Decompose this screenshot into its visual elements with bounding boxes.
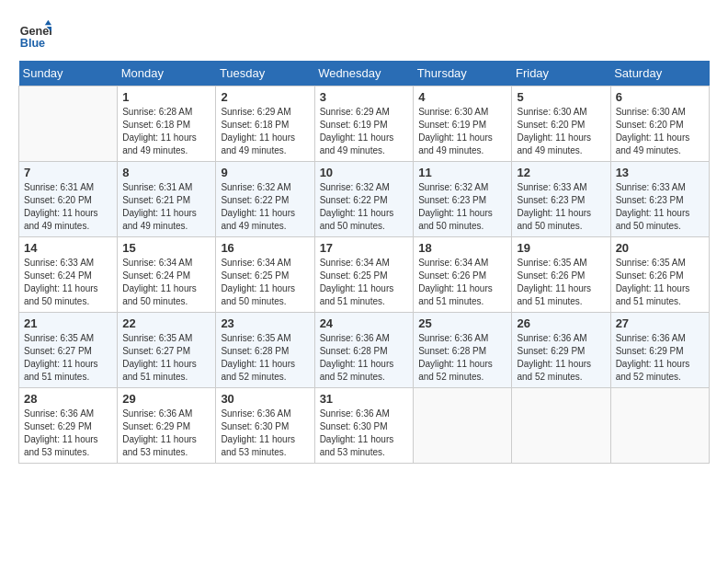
svg-text:Blue: Blue: [20, 37, 45, 50]
logo-icon: General Blue: [18, 18, 51, 52]
day-number: 15: [122, 241, 210, 255]
week-row-3: 14Sunrise: 6:33 AM Sunset: 6:24 PM Dayli…: [19, 237, 710, 313]
day-cell: 24Sunrise: 6:36 AM Sunset: 6:28 PM Dayli…: [314, 313, 414, 388]
day-info: Sunrise: 6:33 AM Sunset: 6:23 PM Dayligh…: [517, 181, 605, 233]
header-sunday: Sunday: [19, 61, 118, 86]
day-number: 2: [221, 90, 309, 104]
day-number: 5: [517, 90, 605, 104]
day-info: Sunrise: 6:36 AM Sunset: 6:30 PM Dayligh…: [221, 408, 309, 459]
day-cell: 12Sunrise: 6:33 AM Sunset: 6:23 PM Dayli…: [512, 162, 610, 237]
day-cell: 23Sunrise: 6:35 AM Sunset: 6:28 PM Dayli…: [216, 313, 314, 388]
header-friday: Friday: [512, 61, 610, 86]
day-number: 28: [24, 392, 112, 406]
day-cell: 17Sunrise: 6:34 AM Sunset: 6:25 PM Dayli…: [314, 237, 414, 313]
day-info: Sunrise: 6:35 AM Sunset: 6:27 PM Dayligh…: [24, 332, 112, 384]
day-info: Sunrise: 6:35 AM Sunset: 6:26 PM Dayligh…: [616, 257, 704, 308]
calendar-table: SundayMondayTuesdayWednesdayThursdayFrid…: [18, 61, 710, 464]
day-number: 25: [418, 316, 506, 330]
week-row-5: 28Sunrise: 6:36 AM Sunset: 6:29 PM Dayli…: [19, 388, 710, 464]
day-cell: 30Sunrise: 6:36 AM Sunset: 6:30 PM Dayli…: [216, 388, 314, 464]
day-cell: 16Sunrise: 6:34 AM Sunset: 6:25 PM Dayli…: [216, 237, 314, 313]
day-info: Sunrise: 6:30 AM Sunset: 6:19 PM Dayligh…: [418, 106, 506, 157]
day-info: Sunrise: 6:30 AM Sunset: 6:20 PM Dayligh…: [616, 106, 704, 157]
day-number: 8: [122, 166, 210, 179]
header-wednesday: Wednesday: [314, 61, 414, 86]
day-cell: 5Sunrise: 6:30 AM Sunset: 6:20 PM Daylig…: [512, 86, 610, 162]
day-info: Sunrise: 6:36 AM Sunset: 6:28 PM Dayligh…: [320, 332, 409, 384]
day-info: Sunrise: 6:34 AM Sunset: 6:25 PM Dayligh…: [320, 257, 409, 308]
svg-marker-2: [45, 20, 51, 25]
day-cell: 25Sunrise: 6:36 AM Sunset: 6:28 PM Dayli…: [414, 313, 512, 388]
day-number: 9: [221, 166, 309, 179]
day-info: Sunrise: 6:35 AM Sunset: 6:27 PM Dayligh…: [122, 332, 210, 384]
day-number: 23: [221, 316, 309, 330]
day-number: 13: [616, 166, 704, 179]
day-info: Sunrise: 6:36 AM Sunset: 6:29 PM Dayligh…: [616, 332, 704, 384]
day-number: 26: [517, 316, 605, 330]
day-number: 20: [616, 241, 704, 255]
day-number: 1: [122, 90, 210, 104]
day-number: 11: [418, 166, 506, 179]
day-info: Sunrise: 6:34 AM Sunset: 6:26 PM Dayligh…: [418, 257, 506, 308]
day-cell: 9Sunrise: 6:32 AM Sunset: 6:22 PM Daylig…: [216, 162, 314, 237]
day-cell: 20Sunrise: 6:35 AM Sunset: 6:26 PM Dayli…: [610, 237, 709, 313]
day-info: Sunrise: 6:29 AM Sunset: 6:19 PM Dayligh…: [320, 106, 409, 157]
day-info: Sunrise: 6:36 AM Sunset: 6:28 PM Dayligh…: [418, 332, 506, 384]
day-number: 18: [418, 241, 506, 255]
day-cell: 18Sunrise: 6:34 AM Sunset: 6:26 PM Dayli…: [414, 237, 512, 313]
day-number: 10: [320, 166, 409, 179]
day-cell: 10Sunrise: 6:32 AM Sunset: 6:22 PM Dayli…: [314, 162, 414, 237]
day-number: 3: [320, 90, 409, 104]
day-cell: 7Sunrise: 6:31 AM Sunset: 6:20 PM Daylig…: [19, 162, 118, 237]
day-info: Sunrise: 6:31 AM Sunset: 6:20 PM Dayligh…: [24, 181, 112, 233]
day-info: Sunrise: 6:36 AM Sunset: 6:29 PM Dayligh…: [122, 408, 210, 459]
day-cell: 3Sunrise: 6:29 AM Sunset: 6:19 PM Daylig…: [314, 86, 414, 162]
day-info: Sunrise: 6:34 AM Sunset: 6:24 PM Dayligh…: [122, 257, 210, 308]
day-number: 24: [320, 316, 409, 330]
day-info: Sunrise: 6:36 AM Sunset: 6:29 PM Dayligh…: [24, 408, 112, 459]
day-cell: 28Sunrise: 6:36 AM Sunset: 6:29 PM Dayli…: [19, 388, 118, 464]
day-cell: 21Sunrise: 6:35 AM Sunset: 6:27 PM Dayli…: [19, 313, 118, 388]
day-info: Sunrise: 6:32 AM Sunset: 6:22 PM Dayligh…: [221, 181, 309, 233]
day-info: Sunrise: 6:29 AM Sunset: 6:18 PM Dayligh…: [221, 106, 309, 157]
day-info: Sunrise: 6:28 AM Sunset: 6:18 PM Dayligh…: [122, 106, 210, 157]
day-info: Sunrise: 6:33 AM Sunset: 6:24 PM Dayligh…: [24, 257, 112, 308]
day-info: Sunrise: 6:35 AM Sunset: 6:26 PM Dayligh…: [517, 257, 605, 308]
week-row-4: 21Sunrise: 6:35 AM Sunset: 6:27 PM Dayli…: [19, 313, 710, 388]
day-cell: [512, 388, 610, 464]
week-row-1: 1Sunrise: 6:28 AM Sunset: 6:18 PM Daylig…: [19, 86, 710, 162]
day-number: 27: [616, 316, 704, 330]
day-cell: [414, 388, 512, 464]
day-cell: 2Sunrise: 6:29 AM Sunset: 6:18 PM Daylig…: [216, 86, 314, 162]
header-thursday: Thursday: [414, 61, 512, 86]
day-cell: 22Sunrise: 6:35 AM Sunset: 6:27 PM Dayli…: [118, 313, 216, 388]
header-saturday: Saturday: [610, 61, 709, 86]
day-cell: 26Sunrise: 6:36 AM Sunset: 6:29 PM Dayli…: [512, 313, 610, 388]
day-info: Sunrise: 6:35 AM Sunset: 6:28 PM Dayligh…: [221, 332, 309, 384]
day-number: 21: [24, 316, 112, 330]
day-number: 22: [122, 316, 210, 330]
day-number: 19: [517, 241, 605, 255]
day-number: 17: [320, 241, 409, 255]
day-number: 16: [221, 241, 309, 255]
day-info: Sunrise: 6:34 AM Sunset: 6:25 PM Dayligh…: [221, 257, 309, 308]
day-cell: 6Sunrise: 6:30 AM Sunset: 6:20 PM Daylig…: [610, 86, 709, 162]
day-number: 7: [24, 166, 112, 179]
day-info: Sunrise: 6:31 AM Sunset: 6:21 PM Dayligh…: [122, 181, 210, 233]
week-row-2: 7Sunrise: 6:31 AM Sunset: 6:20 PM Daylig…: [19, 162, 710, 237]
day-info: Sunrise: 6:36 AM Sunset: 6:30 PM Dayligh…: [320, 408, 409, 459]
day-cell: 31Sunrise: 6:36 AM Sunset: 6:30 PM Dayli…: [314, 388, 414, 464]
logo: General Blue: [18, 18, 55, 52]
day-cell: 27Sunrise: 6:36 AM Sunset: 6:29 PM Dayli…: [610, 313, 709, 388]
day-number: 4: [418, 90, 506, 104]
day-info: Sunrise: 6:30 AM Sunset: 6:20 PM Dayligh…: [517, 106, 605, 157]
day-number: 29: [122, 392, 210, 406]
day-info: Sunrise: 6:32 AM Sunset: 6:23 PM Dayligh…: [418, 181, 506, 233]
day-info: Sunrise: 6:32 AM Sunset: 6:22 PM Dayligh…: [320, 181, 409, 233]
day-cell: 15Sunrise: 6:34 AM Sunset: 6:24 PM Dayli…: [118, 237, 216, 313]
day-info: Sunrise: 6:36 AM Sunset: 6:29 PM Dayligh…: [517, 332, 605, 384]
day-cell: 8Sunrise: 6:31 AM Sunset: 6:21 PM Daylig…: [118, 162, 216, 237]
day-cell: [610, 388, 709, 464]
page-header: General Blue: [18, 18, 710, 52]
day-cell: 29Sunrise: 6:36 AM Sunset: 6:29 PM Dayli…: [118, 388, 216, 464]
